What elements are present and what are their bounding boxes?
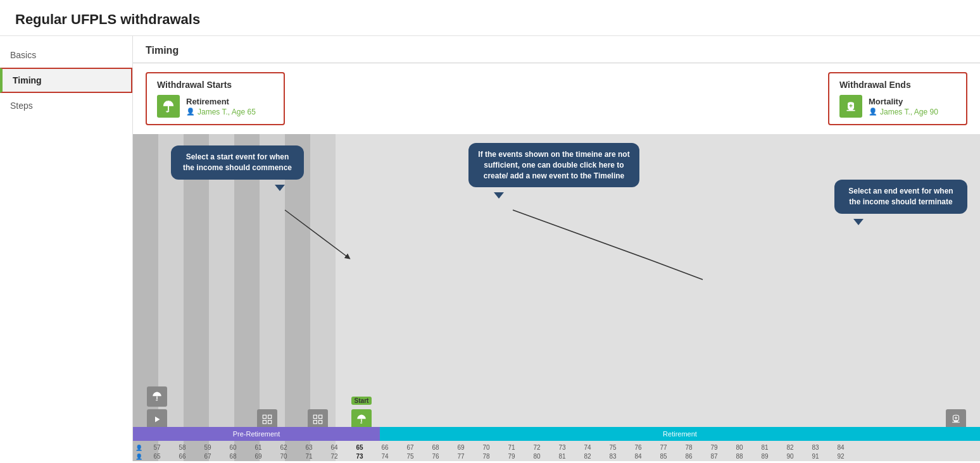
svg-rect-18	[313, 421, 317, 424]
svg-rect-0	[168, 106, 169, 111]
section-title: Timing	[133, 36, 980, 63]
svg-rect-20	[361, 419, 362, 422]
tl-grid-icon-2	[312, 414, 324, 425]
svg-rect-19	[319, 421, 322, 424]
bottom-bars: Pre-Retirement Retirement	[133, 427, 980, 441]
umbrella-icon	[162, 100, 175, 113]
start-event-label: Retirement	[186, 97, 256, 106]
person-icon-row2: 👤	[135, 454, 144, 460]
start-card-title: Withdrawal Starts	[157, 80, 273, 90]
content-area: Timing Withdrawal Starts	[133, 36, 980, 461]
withdrawal-starts-card[interactable]: Withdrawal Starts Retirement	[146, 72, 285, 125]
tl-umbrella-icon-start	[356, 414, 367, 425]
sidebar-item-basics[interactable]: Basics	[0, 44, 132, 66]
svg-rect-3	[846, 110, 855, 111]
tl-start-label: Start	[351, 397, 372, 405]
page-title: Regular UFPLS withdrawals	[0, 0, 980, 36]
start-event-info: Retirement 👤 James T., Age 65	[186, 97, 256, 116]
sidebar-item-timing[interactable]: Timing	[0, 68, 132, 93]
start-card-body: Retirement 👤 James T., Age 65	[157, 95, 273, 118]
age-numbers-row1: 57 58 59 60 61 62 63 64 65 66 67 68 69 7…	[144, 444, 980, 451]
cards-row: Withdrawal Starts Retirement	[133, 63, 980, 134]
timeline-area[interactable]: Select a start event for when the income…	[133, 134, 980, 461]
start-icon-box	[157, 95, 180, 118]
withdrawal-ends-card[interactable]: Withdrawal Ends Mortality	[828, 72, 967, 125]
start-event-person: 👤 James T., Age 65	[186, 108, 256, 116]
tl-grid-icon-1	[261, 414, 273, 425]
svg-rect-16	[313, 415, 317, 418]
tombstone-icon	[845, 100, 857, 113]
svg-rect-14	[263, 421, 266, 424]
bar-retirement: Retirement	[380, 427, 980, 441]
svg-rect-10	[156, 396, 158, 399]
person-icon-row1: 👤	[135, 445, 144, 451]
svg-rect-23	[952, 422, 960, 423]
tl-umbrella-box-1[interactable]	[147, 386, 167, 407]
end-card-title: Withdrawal Ends	[839, 80, 956, 90]
person-icon-end: 👤	[869, 108, 877, 116]
sidebar: Basics Timing Steps	[0, 36, 133, 461]
tl-play-icon	[151, 414, 163, 425]
bar-preretirement: Pre-Retirement	[133, 427, 380, 441]
tl-umbrella-icon-1	[151, 391, 163, 402]
age-row-1: 👤 57 58 59 60 61 62 63 64 65 66 67 68 69…	[133, 444, 980, 451]
age-numbers-row2: 65 66 67 68 69 70 71 72 73 74 75 76 77 7…	[144, 453, 980, 460]
bubble-start: Select a start event for when the income…	[171, 145, 304, 180]
person-icon-start: 👤	[186, 108, 195, 116]
svg-marker-11	[155, 417, 160, 423]
end-event-label: Mortality	[869, 97, 938, 106]
svg-rect-17	[319, 415, 322, 418]
tl-tombstone-icon	[950, 414, 962, 425]
bubble-end: Select an end event for when the income …	[834, 180, 967, 214]
end-event-person: 👤 James T., Age 90	[869, 108, 938, 116]
svg-rect-12	[263, 415, 266, 418]
age-row-2: 👤 65 66 67 68 69 70 71 72 73 74 75 76 77…	[133, 453, 980, 460]
bubble-middle: If the events shown on the timeine are n…	[468, 143, 639, 187]
svg-rect-13	[268, 415, 272, 418]
end-icon-box	[839, 95, 862, 118]
end-card-body: Mortality 👤 James T., Age 90	[839, 95, 956, 118]
svg-rect-15	[268, 421, 272, 424]
end-event-info: Mortality 👤 James T., Age 90	[869, 97, 938, 116]
sidebar-item-steps[interactable]: Steps	[0, 94, 132, 117]
